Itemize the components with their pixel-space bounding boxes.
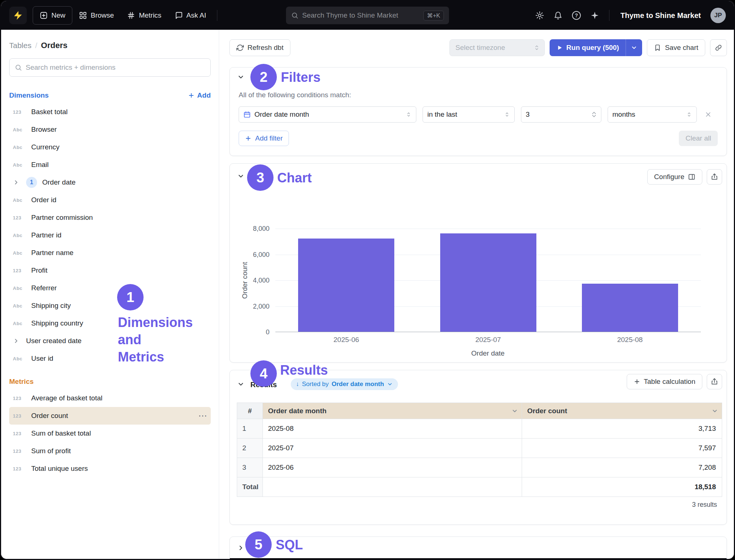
settings-button[interactable]: [531, 7, 548, 24]
clear-all-filters-button[interactable]: Clear all: [679, 131, 718, 146]
more-options-icon[interactable]: ⋯: [198, 411, 207, 420]
filter-value-input[interactable]: [526, 110, 588, 119]
table-row: 3 2025-06 7,208: [237, 458, 722, 477]
row-number-cell: 3: [237, 458, 263, 477]
refresh-dbt-button[interactable]: Refresh dbt: [229, 39, 290, 56]
help-button[interactable]: ?: [568, 7, 585, 24]
dimension-item[interactable]: AbcShipping city: [9, 297, 211, 314]
share-link-button[interactable]: [710, 39, 727, 56]
dimension-item[interactable]: AbcPartner name: [9, 244, 211, 262]
add-dimension-button[interactable]: Add: [188, 91, 211, 99]
metric-item-order-count-selected[interactable]: 123 Order count ⋯: [9, 407, 211, 425]
add-filter-button[interactable]: Add filter: [239, 131, 289, 146]
fields-search-input[interactable]: [26, 63, 205, 72]
sorted-by-prefix: Sorted by: [302, 381, 329, 388]
filter-operator-select[interactable]: in the last: [423, 106, 515, 123]
metric-item[interactable]: 123Average of basket total: [9, 389, 211, 407]
metrics-list: 123Average of basket total 123 Order cou…: [9, 389, 211, 477]
number-stepper[interactable]: [591, 111, 597, 118]
expand-sql-chevron-icon[interactable]: [237, 544, 245, 552]
string-type-icon: Abc: [13, 145, 26, 150]
dimension-item[interactable]: AbcReferrer: [9, 279, 211, 297]
dimension-item[interactable]: 123Profit: [9, 262, 211, 279]
new-button[interactable]: New: [33, 6, 72, 25]
selected-count-badge: 1: [26, 177, 37, 188]
global-search-input[interactable]: [302, 11, 420, 19]
string-type-icon: Abc: [13, 250, 26, 256]
dimension-item[interactable]: 123Basket total: [9, 103, 211, 121]
bell-icon: [554, 11, 562, 20]
collapse-filters-chevron-icon[interactable]: [237, 73, 245, 81]
project-switcher[interactable]: Thyme to Shine Market: [615, 11, 706, 20]
metrics-nav-button[interactable]: Metrics: [120, 6, 168, 25]
metric-item[interactable]: 123Sum of profit: [9, 442, 211, 460]
notifications-button[interactable]: [550, 7, 566, 24]
count-cell: 7,597: [522, 439, 722, 458]
number-type-icon: 123: [13, 268, 26, 273]
table-row: 1 2025-08 3,713: [237, 419, 722, 439]
metric-item[interactable]: 123Total unique users: [9, 460, 211, 477]
dimension-item[interactable]: 123Partner commission: [9, 209, 211, 226]
annotation-label-dimensions-and-metrics: Dimensions and Metrics: [118, 314, 191, 366]
gear-icon: [535, 11, 544, 20]
filter-unit-select[interactable]: months: [608, 106, 697, 123]
string-type-icon: Abc: [13, 321, 26, 326]
collapse-chart-chevron-icon[interactable]: [237, 172, 245, 180]
ask-ai-button[interactable]: Ask AI: [168, 6, 213, 25]
table-calculation-button[interactable]: Table calculation: [627, 374, 702, 389]
app-window: New Browse Metrics Ask AI ⌘+K: [0, 0, 735, 560]
breadcrumb-tables-link[interactable]: Tables: [9, 41, 32, 50]
sparkles-icon: [590, 11, 599, 20]
filter-field-select[interactable]: Order date month: [239, 106, 416, 123]
y-axis-title: Order count: [241, 262, 249, 299]
run-query-button[interactable]: Run query (500): [550, 39, 642, 56]
number-type-icon: 123: [13, 396, 26, 401]
plus-icon: [245, 135, 251, 142]
column-header-order-date-month[interactable]: Order date month: [263, 403, 522, 419]
annotation-circle-1: 1: [117, 284, 144, 310]
total-label-cell: Total: [237, 477, 263, 497]
dimension-item[interactable]: AbcOrder id: [9, 191, 211, 209]
configure-chart-button[interactable]: Configure: [647, 169, 702, 185]
sorted-by-pill[interactable]: ↓ Sorted by Order date month: [291, 378, 398, 390]
results-table: # Order date month Order count 1: [237, 403, 722, 497]
dimension-item[interactable]: AbcCurrency: [9, 138, 211, 156]
export-chart-button[interactable]: [707, 169, 722, 185]
breadcrumb: Tables / Orders: [9, 41, 211, 50]
search-shortcut-badge: ⌘+K: [423, 11, 444, 21]
panel-layout-icon: [688, 173, 695, 181]
collapse-results-chevron-icon[interactable]: [237, 381, 245, 388]
row-number-header: #: [237, 403, 263, 419]
chevron-right-icon: [13, 179, 21, 186]
chevron-down-icon: [712, 408, 718, 414]
user-avatar[interactable]: JP: [710, 8, 726, 23]
whats-new-button[interactable]: [586, 7, 603, 24]
global-search[interactable]: ⌘+K: [286, 7, 449, 24]
metric-label: Total unique users: [31, 465, 88, 473]
dimension-item[interactable]: AbcBrowser: [9, 121, 211, 138]
hash-icon: [127, 11, 135, 19]
timezone-select[interactable]: Select timezone: [449, 39, 545, 56]
app-logo[interactable]: [9, 7, 27, 24]
table-calculation-label: Table calculation: [644, 378, 695, 386]
export-results-button[interactable]: [707, 374, 722, 389]
refresh-dbt-label: Refresh dbt: [247, 44, 283, 52]
dimensions-section-title: Dimensions: [9, 91, 49, 99]
filter-value-input-box: [521, 106, 601, 123]
column-header-label: Order date month: [268, 407, 326, 415]
dimension-item[interactable]: AbcPartner id: [9, 226, 211, 244]
browse-button[interactable]: Browse: [72, 6, 120, 25]
share-icon: [711, 173, 718, 181]
search-icon: [291, 12, 298, 19]
metric-item[interactable]: 123Sum of basket total: [9, 425, 211, 442]
y-tick-label: 4,000: [253, 277, 269, 284]
total-count-cell: 18,518: [522, 477, 722, 497]
save-chart-button[interactable]: Save chart: [647, 39, 705, 56]
dimension-group-order-date[interactable]: 1 Order date: [9, 174, 211, 191]
dimension-label: Partner commission: [31, 214, 93, 222]
run-query-dropdown[interactable]: [626, 39, 642, 56]
fields-search[interactable]: [9, 58, 211, 77]
remove-filter-button[interactable]: [703, 109, 713, 120]
dimension-item[interactable]: AbcEmail: [9, 156, 211, 174]
column-header-order-count[interactable]: Order count: [522, 403, 722, 419]
